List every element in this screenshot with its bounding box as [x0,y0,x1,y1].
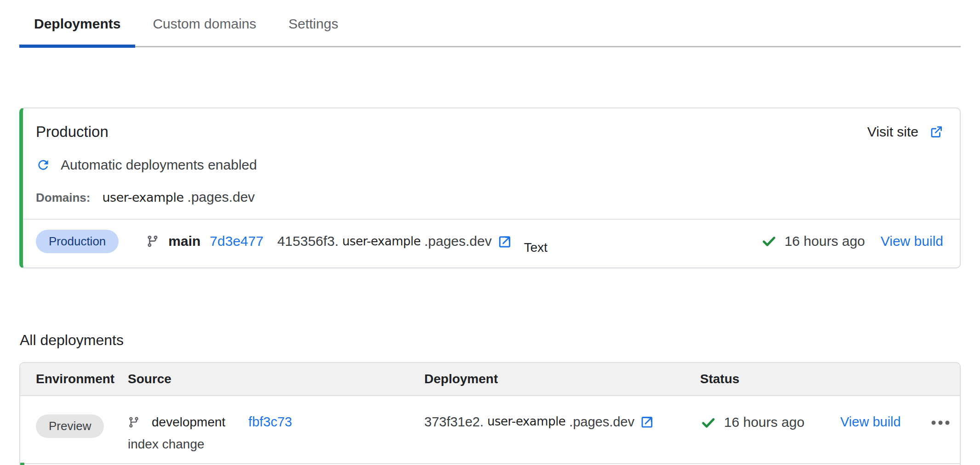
environment-badge: Production [36,230,119,253]
commit-link[interactable]: 7d3e477 [210,233,263,249]
deployment-url[interactable]: 415356f3. user-example .pages.dev [277,233,512,249]
table-header: Environment Source Deployment Status [20,363,960,396]
deployment-status-group: 16 hours ago View build [761,233,943,250]
commit-message: index change [128,437,424,452]
production-card-top: Production Visit site [23,108,960,205]
visit-site-label: Visit site [867,124,918,140]
status-cell: 16 hours ago [700,414,840,463]
deployment-id: 415356f3. [277,233,338,249]
domain-suffix: .pages.dev [188,189,255,205]
external-link-icon[interactable] [640,414,654,429]
domains-row: Domains: user-example .pages.dev [36,189,943,205]
production-card-title: Production [36,122,108,142]
deployments-page: Deployments Custom domains Settings Prod… [0,0,980,465]
tab-custom-domains[interactable]: Custom domains [138,16,271,46]
deployments-table: Environment Source Deployment Status Pre… [19,362,961,465]
check-icon [700,414,717,431]
domains-label: Domains: [36,191,90,205]
view-build-link[interactable]: View build [840,414,901,429]
external-link-icon[interactable] [497,234,512,249]
next-row-indicator [20,463,24,465]
deployment-domain-suffix: .pages.dev [569,414,634,430]
ellipsis-icon[interactable] [930,419,951,426]
source-group: main 7d3e477 [146,233,263,249]
all-deployments-title: All deployments [20,331,980,349]
deployment-domain-name: user-example [342,234,421,248]
production-card: Production Visit site [19,108,961,268]
domain-name: user-example [102,190,183,204]
production-deployment-row: Production main 7d3e477 415356f3. user-e… [23,219,960,263]
deployment-domain-suffix: .pages.dev [424,233,492,249]
tab-bar: Deployments Custom domains Settings [19,0,961,47]
external-link-icon [929,125,943,139]
tab-settings[interactable]: Settings [273,16,353,46]
menu-cell [930,414,960,463]
column-status: Status [700,372,840,386]
environment-cell: Preview [36,414,128,463]
deployment-cell: 373f31e2. user-example .pages.dev [424,414,700,463]
view-build-link[interactable]: View build [881,233,943,249]
git-branch-icon [128,416,140,428]
auto-deployments-row: Automatic deployments enabled [36,157,943,173]
visit-site-link[interactable]: Visit site [867,124,943,140]
git-branch-icon [146,235,159,248]
branch-name: development [152,415,225,430]
refresh-icon [36,158,51,172]
view-build-cell: View build [840,414,930,463]
column-environment: Environment [36,372,128,386]
check-icon [761,233,777,250]
environment-badge: Preview [36,414,104,438]
column-deployment: Deployment [424,372,700,386]
deployment-time: 16 hours ago [724,414,804,430]
text-annotation: Text [524,240,547,255]
column-source: Source [128,372,424,386]
branch-name: main [168,233,200,249]
deployment-id: 373f31e2. [424,414,484,430]
auto-deployments-text: Automatic deployments enabled [61,157,257,173]
deployment-domain-name: user-example [487,414,565,428]
tab-deployments[interactable]: Deployments [19,16,135,46]
deployment-time: 16 hours ago [785,233,865,249]
commit-link[interactable]: fbf3c73 [248,414,292,430]
table-row: Preview development fbf3c73 index change… [20,396,960,464]
source-cell: development fbf3c73 index change [128,414,424,463]
